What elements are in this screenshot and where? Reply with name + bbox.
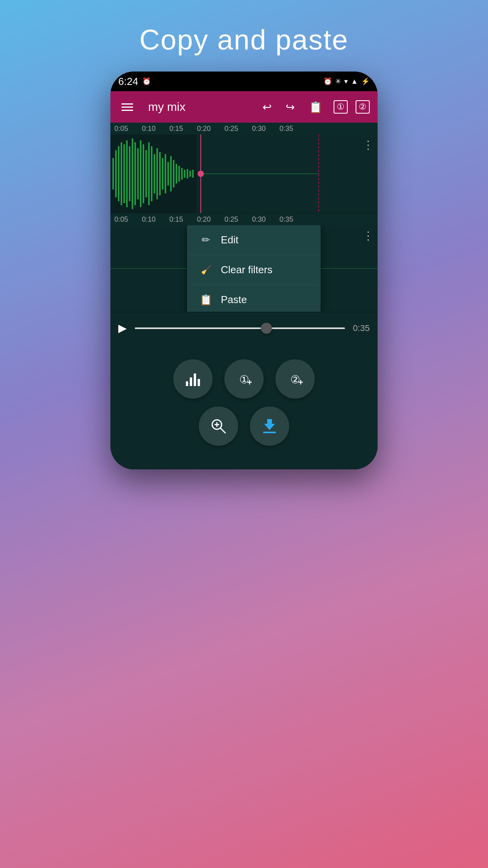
svg-rect-62 [194,373,196,386]
track-2-more-button[interactable]: ⋮ [363,229,374,242]
page-title: Copy and paste [139,24,349,56]
track2-button[interactable]: ② [356,100,370,114]
menu-button[interactable] [118,100,136,114]
svg-rect-11 [137,148,139,199]
svg-rect-27 [181,168,183,180]
track-1-more-button[interactable]: ⋮ [363,138,374,151]
status-right: ⏰ ✳ ▾ ▲ ⚡ [323,77,370,86]
add-track-2-button[interactable]: ② + [275,359,315,399]
app-bar: my mix ↩ ↪ 📋 ① ② [110,91,378,123]
svg-rect-9 [132,138,133,209]
svg-rect-15 [148,142,150,205]
track-2-waveform[interactable]: ⋮ ✏ Edit 🧹 Clear filters 📋 Paste [110,225,378,312]
svg-rect-31 [192,170,194,178]
svg-rect-70 [263,432,276,433]
svg-rect-23 [170,156,172,191]
track1-button[interactable]: ① [334,100,348,114]
svg-rect-25 [176,164,177,184]
svg-rect-14 [145,150,147,197]
svg-rect-29 [187,169,188,178]
alarm-icon: ⏰ [323,77,332,86]
svg-rect-7 [126,140,128,207]
svg-rect-8 [129,146,130,201]
zoom-in-button[interactable] [199,406,238,446]
add-track-1-button[interactable]: ① + [224,359,264,399]
bottom-area: ① + ② + [110,344,378,469]
svg-rect-16 [151,146,152,201]
track-1-waveform[interactable]: ⋮ [110,134,378,213]
track-1: 0:05 0:10 0:15 0:20 0:25 0:30 0:35 [110,123,378,213]
svg-rect-12 [140,140,141,207]
play-button[interactable]: ▶ [118,322,127,335]
track-1-timeline: 0:05 0:10 0:15 0:20 0:25 0:30 0:35 [110,123,378,134]
phone-frame: 6:24 ⏰ ⏰ ✳ ▾ ▲ ⚡ my mix ↩ ↪ 📋 ① ② 0:05 [110,72,378,469]
fab-row-1: ① + ② + [173,359,315,399]
download-button[interactable] [250,406,289,446]
context-menu-clear-filters[interactable]: 🧹 Clear filters [187,255,321,285]
svg-rect-4 [118,146,119,201]
time-label: 0:35 [353,323,370,333]
svg-rect-60 [186,381,188,386]
svg-rect-5 [121,142,122,205]
undo-button[interactable]: ↩ [259,97,275,117]
fab-row-2 [199,406,289,446]
svg-rect-3 [115,150,117,197]
bluetooth-icon: ✳ [335,77,341,86]
svg-rect-19 [159,152,161,195]
context-menu: ✏ Edit 🧹 Clear filters 📋 Paste 🗑 Remove [187,225,321,312]
context-menu-clear-filters-label: Clear filters [221,264,272,276]
mixer-button[interactable] [173,359,213,399]
progress-thumb[interactable] [261,323,272,334]
app-title: my mix [148,100,251,114]
paste-icon: 📋 [199,294,213,306]
svg-rect-24 [173,160,174,188]
svg-rect-21 [165,154,166,193]
app-content: 0:05 0:10 0:15 0:20 0:25 0:30 0:35 [110,123,378,469]
context-menu-paste[interactable]: 📋 Paste [187,285,321,312]
context-menu-paste-label: Paste [221,294,247,306]
svg-rect-26 [178,166,180,182]
clock-icon: ⏰ [142,77,151,86]
svg-rect-13 [143,144,144,203]
clear-filters-icon: 🧹 [199,265,213,275]
context-menu-edit-label: Edit [221,234,238,246]
svg-rect-30 [189,171,191,177]
svg-rect-20 [162,158,163,189]
edit-icon: ✏ [199,234,213,246]
svg-rect-69 [267,419,272,425]
battery-icon: ⚡ [361,77,370,86]
svg-rect-10 [134,142,136,205]
context-menu-edit[interactable]: ✏ Edit [187,225,321,255]
svg-rect-28 [184,170,185,178]
svg-rect-2 [112,158,114,189]
svg-rect-17 [154,154,155,193]
status-left: 6:24 ⏰ [118,75,151,88]
player-bar: ▶ 0:35 [110,312,378,344]
svg-rect-63 [198,379,200,386]
progress-bar[interactable] [135,327,345,329]
status-bar: 6:24 ⏰ ⏰ ✳ ▾ ▲ ⚡ [110,72,378,91]
svg-rect-6 [123,144,125,203]
redo-button[interactable]: ↪ [283,97,298,117]
status-time: 6:24 [118,75,138,88]
signal-icon: ▲ [351,77,358,86]
svg-rect-61 [190,377,192,386]
track-2: 0:05 0:10 0:15 0:20 0:25 0:30 0:35 [110,213,378,312]
clipboard-button[interactable]: 📋 [306,97,326,117]
svg-rect-22 [167,162,169,186]
wifi-icon: ▾ [344,77,348,86]
svg-rect-18 [156,148,158,199]
track-2-timeline: 0:05 0:10 0:15 0:20 0:25 0:30 0:35 [110,213,378,225]
svg-line-65 [220,428,226,433]
